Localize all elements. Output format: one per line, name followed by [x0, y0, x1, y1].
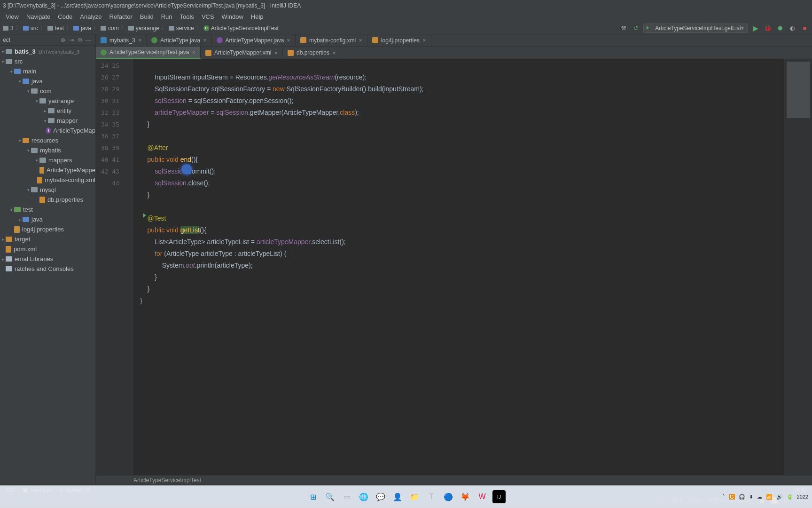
start-button[interactable]: ⊞ — [306, 490, 320, 503]
wps-icon[interactable]: W — [476, 490, 489, 503]
menu-help[interactable]: Help — [247, 12, 267, 22]
expand-arrow-icon[interactable]: ▸ — [42, 109, 48, 113]
tree-row[interactable]: ▾main — [0, 66, 95, 76]
tree-row[interactable]: ▾com — [0, 86, 95, 96]
expand-arrow-icon[interactable]: ▾ — [34, 99, 39, 103]
close-tab-icon[interactable]: × — [203, 37, 207, 44]
expand-arrow-icon[interactable]: ▾ — [17, 138, 23, 143]
expand-arrow-icon[interactable]: ▸ — [0, 257, 6, 262]
editor-tab[interactable]: mybatis_3× — [96, 34, 147, 46]
tray-volume-icon[interactable]: 🔊 — [776, 494, 783, 500]
tree-row[interactable]: ratches and Consoles — [0, 264, 95, 274]
expand-arrow-icon[interactable]: ▾ — [0, 59, 6, 64]
editor-minimap[interactable] — [784, 59, 812, 475]
avatar-icon[interactable]: 👤 — [391, 490, 404, 503]
tray-wifi-icon[interactable]: 📶 — [766, 494, 773, 500]
menu-analyze[interactable]: Analyze — [76, 12, 105, 22]
code-editor[interactable]: InputStream inputStream = Resources.getR… — [124, 59, 784, 475]
menu-build[interactable]: Build — [136, 12, 157, 22]
app-icon[interactable]: 🦊 — [459, 490, 472, 503]
coverage-button[interactable]: ⬣ — [775, 24, 785, 33]
settings-icon[interactable]: ⚙ — [76, 36, 84, 44]
tray-cloud-icon[interactable]: ☁ — [757, 494, 762, 500]
menu-code[interactable]: Code — [54, 12, 76, 22]
close-tab-icon[interactable]: × — [274, 49, 278, 56]
tree-row[interactable]: ▾resources — [0, 135, 95, 145]
menu-view[interactable]: View — [2, 12, 23, 22]
tray-clock[interactable]: 2022 — [797, 494, 808, 500]
explorer-icon[interactable]: 📁 — [408, 490, 421, 503]
intellij-icon[interactable]: IJ — [492, 490, 506, 503]
editor-tab[interactable]: ArticleTypeServiceImplTest.java× — [96, 47, 201, 59]
crumb-src[interactable]: src — [23, 25, 38, 32]
close-tab-icon[interactable]: × — [287, 37, 290, 44]
expand-arrow-icon[interactable]: ▸ — [17, 217, 23, 222]
select-opened-file-icon[interactable]: ⊕ — [59, 36, 67, 44]
task-view-icon[interactable]: ▭ — [340, 490, 353, 503]
menu-vcs[interactable]: VCS — [198, 12, 218, 22]
menu-navigate[interactable]: Navigate — [23, 12, 54, 22]
run-button[interactable]: ▶ — [751, 24, 760, 33]
run-config-selector[interactable]: ArticleTypeServiceImplTest.getList ▾ — [643, 24, 748, 33]
close-tab-icon[interactable]: × — [422, 37, 426, 44]
tray-headphones-icon[interactable]: 🎧 — [739, 494, 745, 500]
tree-row[interactable]: ▾mapper — [0, 116, 95, 126]
tray-ime-icon[interactable]: G — [729, 494, 735, 500]
wechat-icon[interactable]: 💬 — [374, 490, 387, 503]
editor-tab[interactable]: ArticleType.java× — [147, 34, 211, 46]
expand-arrow-icon[interactable]: ▾ — [25, 188, 31, 192]
stop-button[interactable]: ■ — [800, 24, 809, 33]
tray-chevron-up-icon[interactable]: ˄ — [722, 494, 725, 500]
profiler-button[interactable]: ◐ — [788, 24, 797, 33]
tree-row[interactable]: log4j.properties — [0, 224, 95, 234]
debug-button[interactable]: 🐞 — [763, 24, 773, 33]
chrome-icon[interactable]: 🔵 — [442, 490, 455, 503]
tree-row[interactable]: ▾mybatis — [0, 145, 95, 155]
tray-battery-icon[interactable]: 🔋 — [787, 494, 793, 500]
tree-row[interactable]: ▸ernal Libraries — [0, 254, 95, 264]
editor-tab[interactable]: ArticleTypeMapper.xml× — [201, 47, 283, 59]
crumb-test[interactable]: test — [47, 25, 64, 32]
expand-arrow-icon[interactable]: ▾ — [17, 79, 23, 84]
editor-tab[interactable]: db.properties× — [283, 47, 341, 59]
search-icon[interactable]: 🔍 — [323, 490, 336, 503]
build-icon[interactable]: ⚒ — [619, 24, 628, 33]
tree-row[interactable]: ▸java — [0, 214, 95, 224]
expand-arrow-icon[interactable]: ▾ — [0, 49, 6, 54]
tree-row[interactable]: ▾mysql — [0, 185, 95, 195]
menu-refactor[interactable]: Refactor — [106, 12, 136, 22]
tree-row[interactable]: ▸target — [0, 234, 95, 244]
tree-row[interactable]: ▾test — [0, 205, 95, 214]
close-tab-icon[interactable]: × — [138, 37, 142, 44]
crumb-com[interactable]: com — [101, 25, 119, 32]
hide-icon[interactable]: — — [84, 36, 93, 44]
tree-row[interactable]: ArticleTypeMappe — [0, 165, 95, 175]
menu-run[interactable]: Run — [157, 12, 176, 22]
menu-tools[interactable]: Tools — [176, 12, 198, 22]
crumb-root[interactable]: 3 — [3, 25, 14, 32]
tree-row[interactable]: ▸entity — [0, 106, 95, 116]
expand-arrow-icon[interactable]: ▾ — [25, 89, 31, 94]
expand-arrow-icon[interactable]: ▾ — [8, 69, 14, 74]
close-tab-icon[interactable]: × — [359, 37, 362, 44]
tree-row[interactable]: IArticleTypeMap — [0, 126, 95, 135]
text-app-icon[interactable]: T — [425, 490, 438, 503]
tray-download-icon[interactable]: ⬇ — [749, 494, 753, 500]
tree-row[interactable]: pom.xml — [0, 244, 95, 254]
crumb-class[interactable]: CArticleTypeServiceImplTest — [203, 25, 279, 32]
crumb-yaorange[interactable]: yaorange — [128, 25, 159, 32]
editor-tab[interactable]: log4j.properties× — [367, 34, 431, 46]
crumb-service[interactable]: service — [169, 25, 194, 32]
expand-arrow-icon[interactable]: ▾ — [42, 119, 48, 123]
editor-tab[interactable]: mybatis-config.xml× — [296, 34, 367, 46]
sync-icon[interactable]: ↺ — [631, 24, 640, 33]
expand-arrow-icon[interactable]: ▸ — [0, 237, 6, 242]
project-tree[interactable]: ▾ batis_3 D:\Two\mybatis_3 ▾src▾main▾jav… — [0, 46, 95, 484]
crumb-java[interactable]: java — [73, 25, 91, 32]
tree-root[interactable]: ▾ batis_3 D:\Two\mybatis_3 — [0, 47, 95, 56]
close-tab-icon[interactable]: × — [332, 49, 336, 56]
tree-row[interactable]: ▾mappers — [0, 155, 95, 165]
tree-row[interactable]: db.properties — [0, 195, 95, 205]
expand-arrow-icon[interactable]: ▾ — [34, 158, 39, 163]
collapse-all-icon[interactable]: ⇥ — [67, 36, 76, 44]
